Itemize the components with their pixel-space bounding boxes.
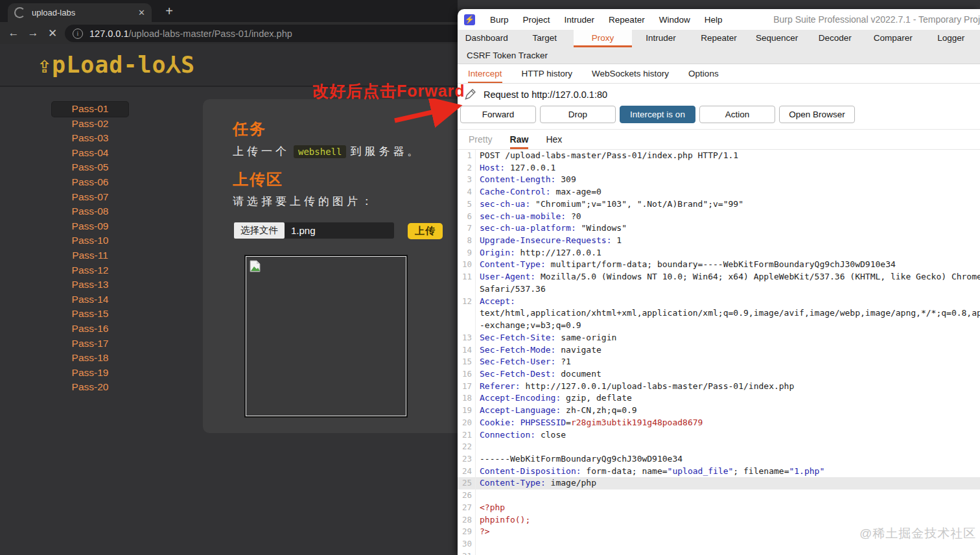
line-content: phpinfo();	[476, 514, 530, 526]
tab-decoder[interactable]: Decoder	[806, 30, 864, 47]
forward-button[interactable]: Forward	[460, 106, 536, 123]
request-line: 15Sec-Fetch-User: ?1	[458, 356, 980, 368]
sidebar-item-pass-01[interactable]: Pass-01	[52, 102, 128, 117]
drop-button[interactable]: Drop	[540, 106, 616, 123]
subtab-websockets-history[interactable]: WebSockets history	[592, 64, 669, 83]
line-number: 11	[458, 271, 476, 283]
line-content: Cache-Control: max-age=0	[476, 186, 601, 198]
menu-intruder[interactable]: Intruder	[557, 15, 602, 25]
site-info-icon[interactable]: i	[73, 29, 83, 39]
sidebar-item-pass-14[interactable]: Pass-14	[52, 292, 128, 307]
menu-help[interactable]: Help	[697, 15, 730, 25]
line-content	[476, 538, 480, 550]
tab-comparer[interactable]: Comparer	[864, 30, 922, 47]
request-line: 27<?php	[458, 502, 980, 514]
line-content: Sec-Fetch-Mode: navigate	[476, 344, 601, 357]
tab-dashboard[interactable]: Dashboard	[458, 30, 516, 47]
subtab-intercept[interactable]: Intercept	[468, 64, 502, 83]
line-content: Accept:	[476, 296, 515, 308]
burp-main-tabs: DashboardTargetProxyIntruderRepeaterSequ…	[458, 30, 980, 47]
line-number: 29	[458, 526, 476, 538]
viewtab-hex[interactable]: Hex	[546, 130, 562, 149]
line-number: 20	[458, 417, 476, 429]
sidebar-item-pass-20[interactable]: Pass-20	[52, 380, 128, 395]
tab-repeater[interactable]: Repeater	[690, 30, 748, 47]
line-content: text/html,application/xhtml+xml,applicat…	[476, 307, 980, 320]
sidebar-item-pass-06[interactable]: Pass-06	[52, 175, 128, 190]
request-line: 2Host: 127.0.0.1	[458, 162, 980, 174]
request-line: 26	[458, 490, 980, 502]
burp-suite-window: ⚡ BurpProjectIntruderRepeaterWindowHelp …	[458, 9, 980, 555]
tab-sequencer[interactable]: Sequencer	[748, 30, 806, 47]
upload-heading: 上传区	[233, 169, 283, 190]
menu-project[interactable]: Project	[516, 15, 557, 25]
action-button[interactable]: Action	[699, 106, 775, 123]
sidebar-item-pass-16[interactable]: Pass-16	[52, 322, 128, 337]
menu-window[interactable]: Window	[652, 15, 697, 25]
subtab-options[interactable]: Options	[688, 64, 719, 83]
line-content: <?php	[476, 502, 505, 514]
sidebar-item-pass-13[interactable]: Pass-13	[52, 278, 128, 292]
line-content: sec-ch-ua-mobile: ?0	[476, 211, 581, 223]
tab-proxy[interactable]: Proxy	[574, 30, 632, 47]
line-content: Sec-Fetch-Dest: document	[476, 368, 601, 381]
pencil-icon[interactable]	[464, 88, 476, 100]
tab-logger[interactable]: Logger	[922, 30, 980, 47]
line-number: 16	[458, 368, 476, 381]
menu-burp[interactable]: Burp	[483, 15, 516, 25]
line-number: 9	[458, 247, 476, 259]
url-bar[interactable]: i 127.0.0.1/upload-labs-master/Pass-01/i…	[65, 25, 458, 42]
sidebar-item-pass-15[interactable]: Pass-15	[52, 307, 128, 322]
raw-request-editor[interactable]: 1POST /upload-labs-master/Pass-01/index.…	[458, 150, 980, 555]
new-tab-button[interactable]: +	[161, 3, 178, 19]
sidebar-item-pass-18[interactable]: Pass-18	[52, 351, 128, 366]
line-number: 23	[458, 453, 476, 466]
line-number: 22	[458, 441, 476, 453]
sidebar-item-pass-10[interactable]: Pass-10	[52, 233, 128, 248]
task-text-pre: 上传一个	[233, 144, 290, 159]
line-number: 12	[458, 296, 476, 308]
line-content: Sec-Fetch-User: ?1	[476, 356, 571, 368]
viewtab-pretty[interactable]: Pretty	[469, 130, 493, 149]
sidebar-item-pass-07[interactable]: Pass-07	[52, 190, 128, 205]
subtab-http-history[interactable]: HTTP history	[522, 64, 573, 83]
request-label: Request to http://127.0.0.1:80	[484, 89, 607, 100]
file-input[interactable]: 选择文件 1.png	[234, 222, 394, 239]
sidebar-item-pass-08[interactable]: Pass-08	[52, 204, 128, 219]
sidebar-item-pass-03[interactable]: Pass-03	[52, 131, 128, 146]
sidebar-item-pass-09[interactable]: Pass-09	[52, 219, 128, 234]
tab-target[interactable]: Target	[516, 30, 574, 47]
request-line: 7sec-ch-ua-platform: "Windows"	[458, 222, 980, 235]
request-line: 13Sec-Fetch-Site: same-origin	[458, 332, 980, 344]
line-content: Accept-Language: zh-CN,zh;q=0.9	[476, 405, 637, 417]
viewtab-raw[interactable]: Raw	[510, 130, 529, 149]
upload-button[interactable]: 上传	[408, 223, 443, 239]
line-content	[476, 550, 480, 555]
sidebar-item-pass-11[interactable]: Pass-11	[52, 248, 128, 263]
open-browser-button[interactable]: Open Browser	[779, 106, 855, 123]
sidebar-item-pass-02[interactable]: Pass-02	[52, 117, 128, 132]
stop-icon[interactable]: ✕	[44, 25, 61, 41]
request-line: -exchange;v=b3;q=0.9	[458, 320, 980, 332]
sidebar-item-pass-19[interactable]: Pass-19	[52, 366, 128, 381]
proxy-subtabs: InterceptHTTP historyWebSockets historyO…	[458, 64, 980, 84]
sidebar-item-pass-17[interactable]: Pass-17	[52, 337, 128, 351]
line-number: 5	[458, 198, 476, 211]
browser-tab-strip: upload-labs ✕ +	[0, 0, 458, 22]
request-line: 14Sec-Fetch-Mode: navigate	[458, 344, 980, 357]
tab-csrf-token-tracker[interactable]: CSRF Token Tracker	[458, 47, 980, 64]
tab-close-icon[interactable]: ✕	[138, 8, 145, 18]
menu-repeater[interactable]: Repeater	[601, 15, 652, 25]
sidebar-item-pass-12[interactable]: Pass-12	[52, 263, 128, 278]
upload-prompt: 请选择要上传的图片：	[233, 194, 375, 209]
url-host: 127.0.0.1	[89, 29, 128, 39]
back-icon[interactable]: ←	[5, 25, 22, 41]
sidebar-item-pass-05[interactable]: Pass-05	[52, 160, 128, 175]
browser-tab[interactable]: upload-labs ✕	[8, 3, 152, 22]
request-line: 12Accept:	[458, 296, 980, 308]
intercept-is-on-button[interactable]: Intercept is on	[620, 106, 695, 123]
choose-file-button[interactable]: 选择文件	[234, 222, 285, 239]
forward-icon[interactable]: →	[25, 25, 41, 41]
tab-intruder[interactable]: Intruder	[632, 30, 690, 47]
sidebar-item-pass-04[interactable]: Pass-04	[52, 146, 128, 161]
